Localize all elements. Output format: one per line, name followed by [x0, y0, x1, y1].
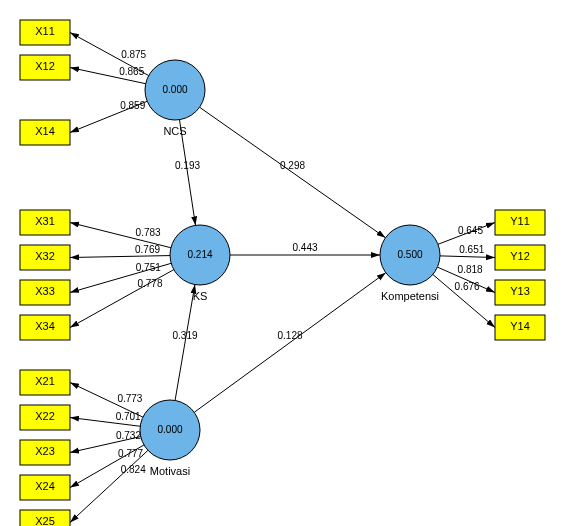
indicator-label: Y12	[510, 250, 530, 262]
indicator-label: Y14	[510, 320, 530, 332]
loading-label: 0.651	[459, 244, 484, 255]
indicator-label: Y11	[510, 215, 530, 227]
path-edge	[200, 107, 386, 238]
indicator-label: X21	[35, 375, 55, 387]
latent-label: KS	[193, 290, 208, 302]
indicator-label: Y13	[510, 285, 530, 297]
loading-label: 0.732	[116, 430, 141, 441]
path-label: 0.193	[175, 160, 200, 171]
latent-value: 0.000	[157, 424, 182, 435]
loading-label: 0.676	[455, 281, 480, 292]
indicator-label: X32	[35, 250, 55, 262]
loading-edge	[440, 256, 495, 258]
loading-label: 0.645	[458, 225, 483, 236]
indicator-label: X34	[35, 320, 55, 332]
path-label: 0.128	[277, 330, 302, 341]
loading-edge	[70, 256, 170, 258]
loading-label: 0.769	[135, 244, 160, 255]
latent-value: 0.214	[187, 249, 212, 260]
indicator-label: X31	[35, 215, 55, 227]
indicator-label: X12	[35, 60, 55, 72]
loading-label: 0.818	[458, 264, 483, 275]
loading-edge	[70, 450, 148, 522]
path-label: 0.443	[292, 242, 317, 253]
loading-label: 0.824	[121, 464, 146, 475]
indicator-label: X33	[35, 285, 55, 297]
indicator-label: X22	[35, 410, 55, 422]
indicator-label: X14	[35, 125, 55, 137]
loading-label: 0.751	[136, 262, 161, 273]
loading-label: 0.875	[121, 49, 146, 60]
latent-label: Motivasi	[150, 465, 190, 477]
loading-label: 0.865	[119, 66, 144, 77]
indicator-label: X24	[35, 480, 55, 492]
path-edge	[175, 285, 195, 401]
path-label: 0.298	[280, 160, 305, 171]
loading-label: 0.773	[117, 393, 142, 404]
indicator-label: X23	[35, 445, 55, 457]
latent-value: 0.000	[162, 84, 187, 95]
loading-label: 0.701	[116, 411, 141, 422]
latent-label: NCS	[163, 125, 186, 137]
latent-value: 0.500	[397, 249, 422, 260]
latent-label: Kompetensi	[381, 290, 439, 302]
loading-label: 0.859	[120, 100, 145, 111]
path-edge	[194, 273, 386, 413]
loading-label: 0.778	[137, 278, 162, 289]
loading-label: 0.783	[136, 227, 161, 238]
loading-label: 0.777	[118, 448, 143, 459]
indicator-label: X25	[35, 515, 55, 526]
sem-diagram: 0.8750.8650.8590.7830.7690.7510.7780.773…	[0, 0, 564, 526]
path-label: 0.319	[172, 330, 197, 341]
indicator-label: X11	[35, 25, 55, 37]
